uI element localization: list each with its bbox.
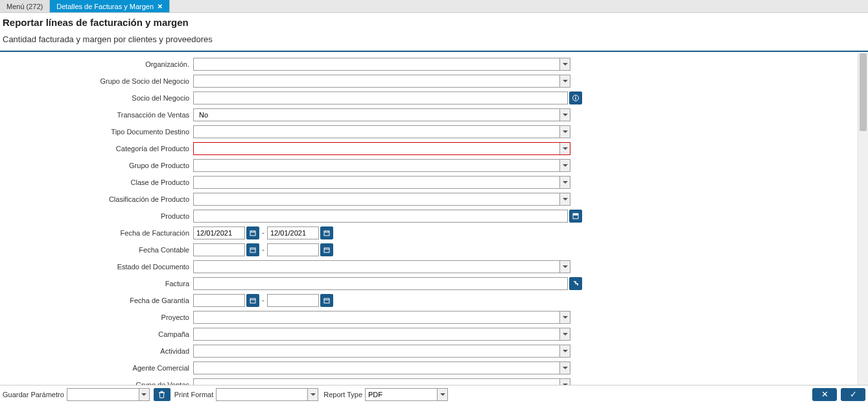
- calendar-icon[interactable]: [320, 243, 333, 256]
- label-trans-ventas: Transacción de Ventas: [0, 111, 193, 119]
- fecha-fact-to[interactable]: [267, 226, 319, 239]
- label-agente: Agente Comercial: [0, 364, 193, 372]
- chevron-down-icon[interactable]: [559, 311, 570, 323]
- print-format-input[interactable]: [217, 389, 307, 400]
- chevron-down-icon[interactable]: [559, 143, 570, 154]
- chevron-down-icon[interactable]: [559, 362, 570, 374]
- tipo-doc-input[interactable]: [196, 126, 559, 138]
- chevron-down-icon[interactable]: [307, 389, 318, 400]
- chevron-down-icon[interactable]: [139, 389, 149, 400]
- grupo-ventas-select[interactable]: [193, 378, 570, 385]
- fecha-contable-to[interactable]: [267, 243, 319, 256]
- svg-rect-19: [324, 299, 329, 303]
- estado-doc-input[interactable]: [196, 261, 559, 273]
- calendar-icon[interactable]: [320, 294, 333, 307]
- grupo-producto-input[interactable]: [196, 160, 559, 171]
- fecha-garantia-to[interactable]: [267, 294, 319, 307]
- grupo-socio-select[interactable]: [193, 75, 570, 88]
- svg-point-1: [575, 96, 576, 97]
- label-clase-producto: Clase de Producto: [0, 178, 193, 186]
- print-format-select[interactable]: [216, 388, 318, 401]
- tab-detalles[interactable]: Detalles de Facturas y Margen ×: [50, 0, 169, 12]
- label-fecha-fact: Fecha de Facturación: [0, 229, 193, 237]
- clasif-producto-select[interactable]: [193, 193, 570, 206]
- svg-rect-17: [250, 299, 255, 303]
- footer-bar: Guardar Parámetro Print Format Report Ty…: [0, 385, 868, 403]
- chevron-down-icon[interactable]: [559, 193, 570, 205]
- chevron-down-icon[interactable]: [559, 58, 570, 70]
- organizacion-select[interactable]: [193, 58, 570, 71]
- actividad-input[interactable]: [196, 345, 559, 357]
- campana-select[interactable]: [193, 328, 570, 341]
- chevron-down-icon[interactable]: [559, 75, 570, 87]
- agente-input[interactable]: [196, 362, 559, 374]
- guardar-param-select[interactable]: [67, 388, 150, 401]
- clase-producto-input[interactable]: [196, 177, 559, 188]
- close-icon[interactable]: ×: [158, 2, 163, 10]
- grupo-socio-input[interactable]: [196, 75, 559, 87]
- chevron-down-icon[interactable]: [559, 160, 570, 171]
- svg-rect-2: [575, 97, 576, 100]
- calendar-icon[interactable]: [320, 226, 333, 239]
- calendar-icon[interactable]: [246, 243, 259, 256]
- label-cat-producto: Categoría del Producto: [0, 145, 193, 153]
- fecha-contable-from[interactable]: [193, 243, 245, 256]
- clasif-producto-input[interactable]: [196, 193, 559, 205]
- range-sep: -: [262, 245, 264, 254]
- report-type-select[interactable]: [365, 388, 448, 401]
- estado-doc-select[interactable]: [193, 260, 570, 273]
- form-area: Organización. Grupo de Socio del Negocio…: [0, 53, 868, 385]
- fecha-fact-from[interactable]: [193, 226, 245, 239]
- label-report-type: Report Type: [323, 391, 362, 398]
- report-type-input[interactable]: [366, 389, 437, 400]
- chevron-down-icon[interactable]: [559, 379, 570, 385]
- chevron-down-icon[interactable]: [559, 261, 570, 273]
- proyecto-select[interactable]: [193, 311, 570, 324]
- label-producto: Producto: [0, 212, 193, 220]
- cancel-button[interactable]: ✕: [812, 388, 837, 401]
- cat-producto-select[interactable]: [193, 142, 570, 155]
- fecha-garantia-from[interactable]: [193, 294, 245, 307]
- info-icon[interactable]: [569, 92, 582, 104]
- label-tipo-doc: Tipo Documento Destino: [0, 128, 193, 136]
- trans-ventas-select[interactable]: [193, 108, 570, 121]
- tab-menu[interactable]: Menú (272): [0, 0, 50, 12]
- chevron-down-icon[interactable]: [559, 328, 570, 340]
- svg-rect-4: [573, 214, 578, 215]
- svg-rect-5: [250, 231, 255, 236]
- label-fecha-contable: Fecha Contable: [0, 246, 193, 254]
- label-print-format: Print Format: [174, 391, 214, 398]
- socio-input[interactable]: [193, 92, 568, 104]
- cat-producto-input[interactable]: [196, 143, 559, 154]
- range-sep: -: [262, 228, 264, 238]
- chevron-down-icon[interactable]: [559, 126, 570, 138]
- calendar-icon[interactable]: [246, 294, 259, 307]
- chevron-down-icon[interactable]: [559, 109, 570, 121]
- chevron-down-icon[interactable]: [437, 389, 447, 400]
- check-icon: ✓: [850, 389, 857, 399]
- producto-input[interactable]: [193, 210, 568, 223]
- chevron-down-icon[interactable]: [559, 177, 570, 188]
- tipo-doc-select[interactable]: [193, 125, 570, 138]
- proyecto-input[interactable]: [196, 311, 559, 323]
- lookup-icon[interactable]: [569, 277, 582, 290]
- product-lookup-icon[interactable]: [569, 210, 582, 223]
- organizacion-input[interactable]: [196, 58, 559, 70]
- label-organizacion: Organización.: [0, 60, 193, 68]
- ok-button[interactable]: ✓: [841, 388, 865, 401]
- grupo-producto-select[interactable]: [193, 159, 570, 172]
- guardar-param-input[interactable]: [67, 389, 139, 400]
- campana-input[interactable]: [196, 328, 559, 340]
- svg-rect-9: [324, 231, 329, 236]
- clase-producto-select[interactable]: [193, 176, 570, 189]
- grupo-ventas-input[interactable]: [196, 379, 559, 385]
- svg-rect-15: [324, 248, 329, 252]
- label-grupo-socio: Grupo de Socio del Negocio: [0, 77, 193, 85]
- calendar-icon[interactable]: [246, 226, 259, 239]
- chevron-down-icon[interactable]: [559, 345, 570, 357]
- trans-ventas-input[interactable]: [196, 109, 559, 121]
- delete-button[interactable]: [154, 388, 170, 401]
- actividad-select[interactable]: [193, 345, 570, 358]
- factura-input[interactable]: [193, 277, 568, 290]
- agente-select[interactable]: [193, 361, 570, 374]
